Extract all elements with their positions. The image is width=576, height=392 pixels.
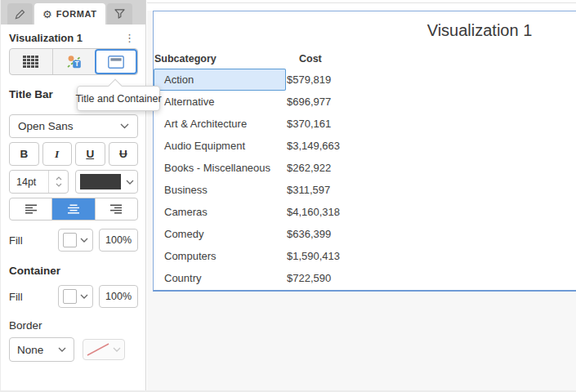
align-left-button[interactable] (10, 198, 51, 220)
cost-cell[interactable]: $262,922 (286, 157, 384, 179)
cost-cell[interactable]: $696,977 (286, 91, 384, 113)
cost-cell[interactable]: $722,590 (286, 267, 384, 289)
text-style-button[interactable]: T (52, 49, 96, 74)
subcategory-cell[interactable]: Cameras (154, 201, 286, 223)
tab-filter[interactable] (107, 3, 132, 24)
fill-color-swatch (63, 233, 77, 247)
title-container-style-button[interactable] (95, 49, 137, 74)
dashboard-canvas: Visualization 1 Subcategory Cost Action$… (147, 0, 576, 392)
table-row: Cameras$4,160,318 (154, 201, 384, 223)
pencil-icon (15, 9, 25, 20)
underline-button[interactable]: U (75, 142, 105, 166)
viz-table-body: Action$579,819Alternative$696,977Art & A… (154, 69, 384, 289)
cost-cell[interactable]: $1,590,413 (286, 245, 384, 267)
border-style-select[interactable]: None (9, 337, 74, 362)
chevron-down-icon (58, 347, 66, 352)
bold-button[interactable]: B (9, 142, 39, 166)
canvas-divider (147, 2, 576, 3)
container-heading: Container (9, 265, 138, 277)
panel-header: Visualization 1 ⋮ (9, 32, 138, 44)
italic-button[interactable]: I (42, 142, 73, 166)
table-row: Audio Equipment$3,149,663 (154, 135, 384, 157)
title-fill-row: Fill 100% (9, 229, 138, 252)
align-right-button[interactable] (95, 198, 137, 220)
tab-edit[interactable] (7, 3, 33, 24)
cost-cell[interactable]: $4,160,318 (286, 201, 384, 223)
text-format-icon: T (67, 55, 82, 69)
visualization-container[interactable]: Visualization 1 Subcategory Cost Action$… (153, 11, 576, 292)
funnel-icon (114, 9, 125, 19)
align-right-icon (109, 204, 123, 215)
table-row: Alternative$696,977 (154, 91, 384, 113)
chevron-down-icon (77, 294, 92, 299)
title-fill-opacity-field[interactable]: 100% (99, 229, 138, 252)
gear-icon: ⚙ (42, 9, 52, 20)
subcategory-cell[interactable]: Comedy (154, 223, 286, 245)
font-size-value: 14pt (10, 171, 48, 193)
subcategory-cell[interactable]: Country (154, 267, 286, 289)
cost-cell[interactable]: $3,149,663 (286, 135, 384, 157)
font-size-color-row: 14pt (9, 170, 138, 194)
border-style-value: None (17, 344, 43, 356)
table-style-button[interactable] (10, 49, 52, 74)
font-color-dropdown[interactable] (75, 170, 138, 194)
font-size-stepper[interactable]: 14pt (9, 170, 69, 194)
cost-cell[interactable]: $311,597 (286, 179, 384, 201)
tooltip-text: Title and Container (75, 93, 161, 105)
border-label: Border (9, 319, 138, 332)
column-header-subcategory[interactable]: Subcategory (154, 49, 286, 69)
text-style-toolbar: B I U U (9, 142, 138, 166)
table-header-row: Subcategory Cost (154, 49, 384, 69)
svg-text:T: T (74, 60, 79, 68)
container-fill-color-dropdown[interactable] (58, 285, 93, 308)
chevron-down-icon (77, 238, 92, 243)
tooltip: Title and Container (77, 86, 160, 111)
style-picker: T (9, 48, 138, 75)
border-color-dropdown-disabled[interactable] (83, 339, 125, 360)
font-family-value: Open Sans (18, 120, 74, 132)
chevron-down-icon (56, 183, 62, 187)
align-center-button[interactable] (51, 198, 94, 220)
container-fill-row: Fill 100% (9, 285, 138, 308)
title-fill-color-dropdown[interactable] (58, 229, 93, 252)
visualization-title: Visualization 1 (154, 21, 576, 40)
border-row: None (9, 337, 138, 362)
app-window: ⚙ FORMAT Visualization 1 ⋮ (0, 0, 576, 392)
chevron-down-icon (120, 123, 129, 129)
subcategory-cell[interactable]: Business (154, 179, 286, 201)
subcategory-cell[interactable]: Computers (154, 245, 286, 267)
chevron-up-icon (56, 176, 62, 180)
table-row: Books - Miscellaneous$262,922 (154, 157, 384, 179)
subcategory-cell[interactable]: Art & Architecture (154, 113, 286, 135)
subcategory-cell[interactable]: Alternative (154, 91, 286, 113)
column-header-cost[interactable]: Cost (286, 49, 384, 69)
font-family-select[interactable]: Open Sans (9, 114, 138, 138)
subcategory-cell[interactable]: Audio Equipment (154, 135, 286, 157)
strikethrough-button[interactable]: U (109, 142, 139, 166)
title-container-icon (108, 56, 124, 69)
fill-label: Fill (9, 291, 58, 303)
container-fill-opacity-field[interactable]: 100% (99, 285, 138, 308)
font-color-swatch (80, 174, 121, 189)
cost-cell[interactable]: $636,399 (286, 223, 384, 245)
no-color-swatch (87, 343, 109, 356)
table-row: Country$722,590 (154, 267, 384, 289)
table-row: Art & Architecture$370,161 (154, 113, 384, 135)
table-row: Business$311,597 (154, 179, 384, 201)
table-row: Computers$1,590,413 (154, 245, 384, 267)
fill-label: Fill (9, 234, 58, 247)
subcategory-cell[interactable]: Action (154, 69, 286, 91)
kebab-menu-icon[interactable]: ⋮ (121, 32, 138, 44)
text-align-group (9, 198, 138, 220)
chevron-down-icon (109, 347, 124, 352)
table-grid-icon (23, 56, 38, 68)
cost-cell[interactable]: $370,161 (286, 113, 384, 135)
stepper-arrows[interactable] (48, 171, 68, 193)
cost-cell[interactable]: $579,819 (286, 69, 384, 91)
panel-title: Visualization 1 (9, 32, 83, 44)
subcategory-cell[interactable]: Books - Miscellaneous (154, 157, 286, 179)
sidebar-tab-bar: ⚙ FORMAT (1, 0, 145, 24)
fill-color-swatch (63, 289, 77, 304)
align-left-icon (25, 204, 38, 215)
tab-format[interactable]: ⚙ FORMAT (34, 3, 105, 24)
